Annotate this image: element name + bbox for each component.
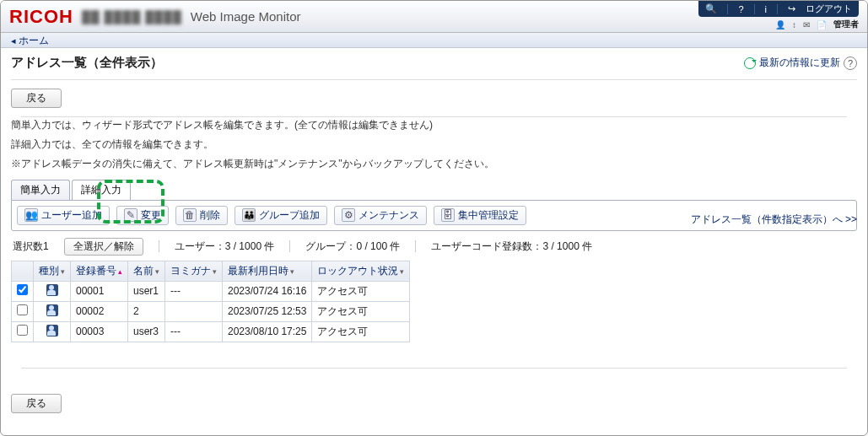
user-icon bbox=[46, 284, 58, 296]
col-lastused[interactable]: 最新利用日時▾ bbox=[223, 261, 312, 281]
address-table: 種別▾ 登録番号▴ 名前▾ ヨミガナ▾ 最新利用日時▾ ロックアウト状況▾ 00… bbox=[11, 261, 410, 342]
cell-name: user3 bbox=[128, 321, 165, 342]
refresh-link[interactable]: 最新の情報に更新 bbox=[759, 56, 840, 70]
selection-count: 1 bbox=[43, 240, 49, 252]
cell-name: 2 bbox=[128, 301, 165, 321]
add-user-button[interactable]: 👥ユーザー追加 bbox=[17, 206, 110, 225]
status-icon-4: 📄 bbox=[817, 20, 827, 30]
cell-regno: 00002 bbox=[71, 301, 128, 321]
col-lockout[interactable]: ロックアウト状況▾ bbox=[312, 261, 410, 281]
group-icon: 👪 bbox=[242, 208, 256, 222]
desc-line2: 詳細入力では、全ての情報を編集できます。 bbox=[11, 137, 857, 153]
row-checkbox[interactable] bbox=[17, 304, 28, 315]
search-icon[interactable]: 🔍 bbox=[705, 3, 717, 14]
table-row[interactable]: 00003user3---2023/08/10 17:25アクセス可 bbox=[12, 321, 410, 342]
row-checkbox[interactable] bbox=[17, 325, 28, 336]
edit-button[interactable]: ✎変更 bbox=[116, 206, 169, 225]
cell-lockout: アクセス可 bbox=[312, 321, 410, 342]
trash-icon: 🗑 bbox=[183, 208, 197, 222]
help-top-icon[interactable]: ? bbox=[738, 4, 743, 14]
row-checkbox[interactable] bbox=[17, 284, 28, 295]
cell-regno: 00001 bbox=[71, 281, 128, 301]
selection-label: 選択数 bbox=[13, 240, 43, 252]
col-regno[interactable]: 登録番号▴ bbox=[71, 261, 128, 281]
status-icon-3: ✉ bbox=[803, 20, 810, 30]
logout-icon[interactable]: ↪ bbox=[788, 3, 795, 14]
table-row[interactable]: 0000222023/07/25 12:53アクセス可 bbox=[12, 301, 410, 321]
add-group-button[interactable]: 👪グループ追加 bbox=[235, 206, 327, 225]
col-check[interactable] bbox=[12, 261, 34, 281]
cell-lastused: 2023/07/25 12:53 bbox=[223, 301, 312, 321]
info-icon[interactable]: i bbox=[765, 4, 767, 14]
user-icon bbox=[46, 325, 58, 336]
refresh-icon[interactable] bbox=[744, 57, 756, 69]
cell-kana bbox=[165, 301, 223, 321]
select-all-button[interactable]: 全選択／解除 bbox=[64, 238, 143, 256]
user-count: ユーザー：3 / 1000 件 bbox=[175, 240, 275, 254]
delete-button[interactable]: 🗑削除 bbox=[175, 206, 228, 225]
back-button[interactable]: 戻る bbox=[11, 89, 62, 108]
col-type[interactable]: 種別▾ bbox=[34, 261, 71, 281]
gear-icon: ⚙ bbox=[342, 208, 355, 222]
cell-lastused: 2023/08/10 17:25 bbox=[223, 321, 312, 342]
help-icon[interactable]: ? bbox=[844, 57, 857, 70]
db-icon: 🗄 bbox=[441, 208, 455, 222]
breadcrumb[interactable]: ◂ ホーム bbox=[1, 33, 867, 48]
cell-kana: --- bbox=[165, 281, 223, 301]
status-icon-2: ↕ bbox=[792, 20, 796, 30]
col-kana[interactable]: ヨミガナ▾ bbox=[165, 261, 223, 281]
group-count: グループ：0 / 100 件 bbox=[305, 240, 400, 254]
back-button-bottom[interactable]: 戻る bbox=[11, 394, 62, 413]
logout-link[interactable]: ログアウト bbox=[806, 3, 852, 15]
cell-kana: --- bbox=[165, 321, 223, 342]
cell-name: user1 bbox=[128, 281, 165, 301]
desc-line3: ※アドレス帳データの消失に備えて、アドレス帳更新時は"メンテナンス"からバックア… bbox=[11, 156, 857, 172]
brand-logo: RICOH bbox=[9, 6, 73, 28]
table-row[interactable]: 00001user1---2023/07/24 16:16アクセス可 bbox=[12, 281, 410, 301]
central-button[interactable]: 🗄集中管理設定 bbox=[434, 206, 526, 225]
cell-regno: 00003 bbox=[71, 321, 128, 342]
col-name[interactable]: 名前▾ bbox=[128, 261, 165, 281]
maintenance-button[interactable]: ⚙メンテナンス bbox=[334, 206, 427, 225]
code-count: ユーザーコード登録数：3 / 1000 件 bbox=[431, 240, 592, 254]
user-icon bbox=[46, 304, 58, 316]
count-view-link[interactable]: アドレス一覧（件数指定表示）へ >> bbox=[691, 213, 857, 227]
cell-lastused: 2023/07/24 16:16 bbox=[223, 281, 312, 301]
cell-lockout: アクセス可 bbox=[312, 281, 410, 301]
tab-detail[interactable]: 詳細入力 bbox=[72, 180, 131, 200]
role-label: 管理者 bbox=[833, 19, 859, 30]
pencil-icon: ✎ bbox=[124, 208, 137, 222]
tab-simple[interactable]: 簡単入力 bbox=[11, 180, 70, 200]
status-icon-1: 👤 bbox=[775, 20, 785, 30]
desc-line1: 簡単入力では、ウィザード形式でアドレス帳を編集できます。(全ての情報は編集できま… bbox=[11, 117, 857, 133]
cell-lockout: アクセス可 bbox=[312, 301, 410, 321]
user-plus-icon: 👥 bbox=[24, 208, 38, 222]
model-name: ██ ████ ████ bbox=[82, 10, 182, 24]
app-name: Web Image Monitor bbox=[191, 9, 301, 24]
page-title: アドレス一覧（全件表示） bbox=[11, 55, 163, 71]
